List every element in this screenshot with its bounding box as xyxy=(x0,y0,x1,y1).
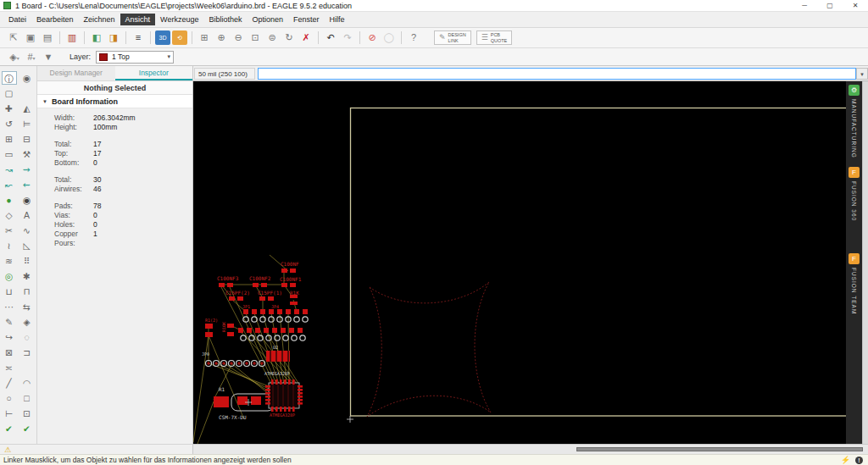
route-diag-icon[interactable]: ↜ xyxy=(2,178,17,191)
vertical-scrollbar[interactable] xyxy=(862,81,868,444)
pcb-quote-button[interactable]: ☰ PCBQUOTE xyxy=(476,30,513,45)
go-icon[interactable]: ◯ xyxy=(381,30,397,45)
rect-tool-icon[interactable]: □ xyxy=(19,391,35,405)
layer-select[interactable]: 1 Top ▾ xyxy=(96,51,174,64)
board-icon[interactable]: ◨ xyxy=(106,30,121,45)
text-tool-icon[interactable]: A xyxy=(19,208,35,222)
mirror-tool-icon[interactable]: ◭ xyxy=(19,102,35,115)
separator[interactable] xyxy=(401,31,402,44)
via-tool-icon[interactable]: ● xyxy=(2,193,17,207)
signature-tool-icon[interactable]: ≋ xyxy=(2,254,17,268)
curve-tool-icon[interactable]: ↪ xyxy=(2,330,17,344)
route-tool-icon[interactable]: ↝ xyxy=(2,163,17,176)
help-icon[interactable]: ? xyxy=(406,30,421,45)
copy-tool-icon[interactable]: ⊞ xyxy=(2,132,17,146)
smash-tool-icon[interactable]: ◎ xyxy=(2,269,17,283)
cut-tool-icon[interactable]: ⊔ xyxy=(2,285,17,298)
undo-icon[interactable]: ↶ xyxy=(323,30,338,45)
separator[interactable] xyxy=(84,31,85,44)
menu-bearbeiten[interactable]: Bearbeiten xyxy=(31,14,79,25)
arc-tool-icon[interactable]: ◠ xyxy=(19,376,35,390)
fusion-sync-icon[interactable]: ⟲ xyxy=(172,30,187,45)
stop-icon[interactable]: ⊘ xyxy=(364,30,380,45)
blank[interactable] xyxy=(19,86,35,100)
unroute-icon[interactable]: ⇜ xyxy=(19,178,35,191)
cancel-icon[interactable]: ✗ xyxy=(298,30,314,45)
unlock-tool-icon[interactable]: ⊐ xyxy=(19,346,35,359)
board-information-header[interactable]: ▼ Board Information xyxy=(37,95,192,108)
star-tool-icon[interactable]: ✱ xyxy=(19,269,35,283)
array-tool-icon[interactable]: ⠿ xyxy=(19,254,35,268)
line-tool-icon[interactable]: ╱ xyxy=(2,376,17,390)
rotate-tool-icon[interactable]: ↺ xyxy=(2,117,17,130)
open-icon[interactable]: ⇱ xyxy=(6,30,21,45)
align-tool-icon[interactable]: ⊨ xyxy=(19,117,35,130)
ratsnest-tool-icon[interactable]: ≍ xyxy=(2,361,17,374)
separator[interactable] xyxy=(59,31,60,44)
name-tool-icon[interactable]: ✎ xyxy=(2,315,17,329)
command-input[interactable] xyxy=(258,68,856,80)
separator[interactable] xyxy=(359,31,360,44)
menu-hilfe[interactable]: Hilfe xyxy=(325,14,350,25)
board-canvas[interactable]: C100NF C100NF3 C100NF2 C100NF1 C15PF(2) … xyxy=(193,81,868,444)
lock-tool-icon[interactable]: ⊠ xyxy=(2,346,17,359)
pad-tool-icon[interactable]: ◉ xyxy=(19,193,35,207)
paste-tool-icon[interactable]: ⊟ xyxy=(19,132,35,146)
design-link-button[interactable]: ✎ DESIGNLINK xyxy=(434,30,471,45)
circle-tool-icon[interactable]: ○ xyxy=(2,391,17,405)
more-tool-icon[interactable]: ⋯ xyxy=(2,300,17,313)
optimize-tool-icon[interactable]: ∿ xyxy=(19,224,35,237)
schematic-icon[interactable]: ◧ xyxy=(89,30,104,45)
frame-tool-icon[interactable]: ⊡ xyxy=(19,407,35,420)
zoom-out-icon[interactable]: ⊖ xyxy=(231,30,246,45)
menu-ansicht[interactable]: Ansicht xyxy=(120,14,156,25)
move-tool-icon[interactable]: ✚ xyxy=(2,102,17,115)
change-tool-icon[interactable]: ⚒ xyxy=(19,147,35,161)
separator[interactable] xyxy=(318,31,319,44)
zoom-fit-icon[interactable]: ⊞ xyxy=(197,30,212,45)
menu-optionen[interactable]: Optionen xyxy=(248,14,289,25)
info-tool-icon[interactable]: ⓘ xyxy=(2,71,17,85)
zoom-select-icon[interactable]: ⊡ xyxy=(248,30,263,45)
menu-bibliothek[interactable]: Bibliothek xyxy=(203,14,247,25)
tab-inspector[interactable]: Inspector xyxy=(115,66,193,80)
print-icon[interactable]: ▤ xyxy=(40,30,55,45)
show-tool-icon[interactable]: ◉ xyxy=(19,71,35,85)
separator[interactable] xyxy=(125,31,126,44)
command-history-dropdown[interactable]: ▾ xyxy=(856,68,868,80)
erc-tool-icon[interactable]: ✔ xyxy=(19,422,35,435)
tab-fusion-team[interactable]: F FUSION TEAM xyxy=(849,253,860,314)
menu-zeichnen[interactable]: Zeichnen xyxy=(79,14,120,25)
separator[interactable] xyxy=(150,31,151,44)
drc-tool-icon[interactable]: ✔ xyxy=(2,422,17,435)
group-select-icon[interactable]: ▢ xyxy=(2,86,17,100)
dimension-tool-icon[interactable]: ⊢ xyxy=(2,407,17,420)
save-icon[interactable]: ▣ xyxy=(23,30,38,45)
separator[interactable] xyxy=(192,31,192,44)
view-3d-icon[interactable]: 3D xyxy=(155,30,170,45)
tab-manufacturing[interactable]: ⚙ MANUFACTURING xyxy=(849,85,860,158)
layer-display-icon[interactable]: ◈▾ xyxy=(7,52,22,63)
swap-tool-icon[interactable]: ⇆ xyxy=(19,300,35,313)
miter-tool-icon[interactable]: ◺ xyxy=(19,239,35,252)
close-button[interactable]: ✕ xyxy=(843,0,868,11)
menu-werkzeuge[interactable]: Werkzeuge xyxy=(155,14,203,25)
split-tool-icon[interactable]: ✂ xyxy=(2,224,17,237)
redraw-icon[interactable]: ↻ xyxy=(281,30,297,45)
value-tool-icon[interactable]: ◈ xyxy=(19,315,35,329)
grid-icon[interactable]: #▾ xyxy=(24,52,39,62)
delete-tool-icon[interactable]: ▭ xyxy=(2,147,17,161)
tab-design-manager[interactable]: Design Manager xyxy=(37,66,115,80)
dot-circle-icon[interactable]: ◌ xyxy=(19,330,35,344)
warning-icon[interactable]: ⚠ xyxy=(4,446,11,454)
zoom-in-icon[interactable]: ⊕ xyxy=(214,30,229,45)
minimize-button[interactable]: ─ xyxy=(792,0,817,11)
redo-icon[interactable]: ↷ xyxy=(340,30,355,45)
tab-fusion-360[interactable]: F FUSION 360 xyxy=(849,167,860,221)
polygon-tool-icon[interactable]: ◇ xyxy=(2,208,17,222)
ripup-tool-icon[interactable]: ⇝ xyxy=(19,163,35,176)
blank[interactable] xyxy=(19,361,35,374)
scrollbar-thumb[interactable] xyxy=(576,447,863,451)
filter-icon[interactable]: ▼ xyxy=(41,52,56,62)
menu-datei[interactable]: Datei xyxy=(3,14,31,25)
